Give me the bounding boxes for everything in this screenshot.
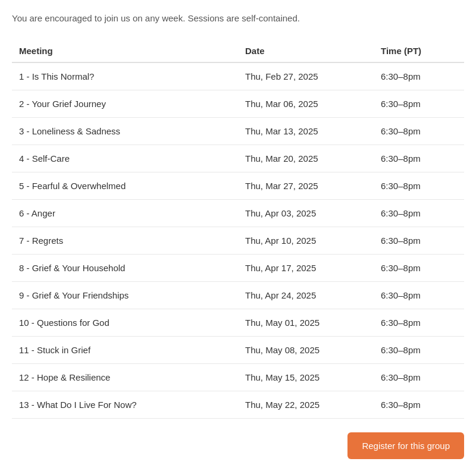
register-button[interactable]: Register for this group — [347, 432, 464, 459]
table-row: 1 - Is This Normal?Thu, Feb 27, 20256:30… — [12, 62, 464, 90]
cell-date: Thu, Apr 10, 2025 — [238, 227, 374, 254]
cell-time: 6:30–8pm — [374, 117, 464, 145]
table-row: 5 - Fearful & OverwhelmedThu, Mar 27, 20… — [12, 172, 464, 199]
cell-time: 6:30–8pm — [374, 62, 464, 90]
table-row: 9 - Grief & Your FriendshipsThu, Apr 24,… — [12, 281, 464, 309]
cell-time: 6:30–8pm — [374, 254, 464, 281]
register-button-container: Register for this group — [347, 432, 464, 459]
cell-meeting: 10 - Questions for God — [12, 309, 238, 336]
cell-date: Thu, Mar 27, 2025 — [238, 172, 374, 199]
cell-meeting: 9 - Grief & Your Friendships — [12, 281, 238, 309]
table-row: 2 - Your Grief JourneyThu, Mar 06, 20256… — [12, 90, 464, 117]
cell-meeting: 12 - Hope & Resilience — [12, 363, 238, 391]
cell-time: 6:30–8pm — [374, 391, 464, 418]
table-row: 3 - Loneliness & SadnessThu, Mar 13, 202… — [12, 117, 464, 145]
cell-date: Thu, Apr 24, 2025 — [238, 281, 374, 309]
intro-text: You are encouraged to join us on any wee… — [12, 12, 464, 26]
cell-meeting: 5 - Fearful & Overwhelmed — [12, 172, 238, 199]
cell-meeting: 13 - What Do I Live For Now? — [12, 391, 238, 418]
column-header-date: Date — [238, 40, 374, 62]
cell-date: Thu, Mar 13, 2025 — [238, 117, 374, 145]
cell-date: Thu, Mar 20, 2025 — [238, 145, 374, 172]
column-header-meeting: Meeting — [12, 40, 238, 62]
table-row: 4 - Self-CareThu, Mar 20, 20256:30–8pm — [12, 145, 464, 172]
cell-date: Thu, Feb 27, 2025 — [238, 62, 374, 90]
table-row: 8 - Grief & Your HouseholdThu, Apr 17, 2… — [12, 254, 464, 281]
table-header-row: Meeting Date Time (PT) — [12, 40, 464, 62]
cell-time: 6:30–8pm — [374, 363, 464, 391]
cell-date: Thu, May 22, 2025 — [238, 391, 374, 418]
cell-meeting: 2 - Your Grief Journey — [12, 90, 238, 117]
table-row: 10 - Questions for GodThu, May 01, 20256… — [12, 309, 464, 336]
cell-meeting: 8 - Grief & Your Household — [12, 254, 238, 281]
table-row: 11 - Stuck in GriefThu, May 08, 20256:30… — [12, 336, 464, 363]
cell-meeting: 7 - Regrets — [12, 227, 238, 254]
cell-date: Thu, Mar 06, 2025 — [238, 90, 374, 117]
cell-time: 6:30–8pm — [374, 90, 464, 117]
cell-date: Thu, Apr 03, 2025 — [238, 199, 374, 227]
cell-date: Thu, May 01, 2025 — [238, 309, 374, 336]
cell-meeting: 1 - Is This Normal? — [12, 62, 238, 90]
table-row: 6 - AngerThu, Apr 03, 20256:30–8pm — [12, 199, 464, 227]
cell-time: 6:30–8pm — [374, 145, 464, 172]
cell-time: 6:30–8pm — [374, 309, 464, 336]
cell-time: 6:30–8pm — [374, 281, 464, 309]
cell-time: 6:30–8pm — [374, 336, 464, 363]
sessions-table: Meeting Date Time (PT) 1 - Is This Norma… — [12, 40, 464, 419]
cell-date: Thu, May 15, 2025 — [238, 363, 374, 391]
cell-time: 6:30–8pm — [374, 227, 464, 254]
cell-meeting: 6 - Anger — [12, 199, 238, 227]
cell-meeting: 4 - Self-Care — [12, 145, 238, 172]
cell-time: 6:30–8pm — [374, 199, 464, 227]
cell-time: 6:30–8pm — [374, 172, 464, 199]
table-row: 12 - Hope & ResilienceThu, May 15, 20256… — [12, 363, 464, 391]
cell-date: Thu, May 08, 2025 — [238, 336, 374, 363]
cell-meeting: 11 - Stuck in Grief — [12, 336, 238, 363]
table-row: 7 - RegretsThu, Apr 10, 20256:30–8pm — [12, 227, 464, 254]
cell-meeting: 3 - Loneliness & Sadness — [12, 117, 238, 145]
cell-date: Thu, Apr 17, 2025 — [238, 254, 374, 281]
column-header-time: Time (PT) — [374, 40, 464, 62]
table-row: 13 - What Do I Live For Now?Thu, May 22,… — [12, 391, 464, 418]
